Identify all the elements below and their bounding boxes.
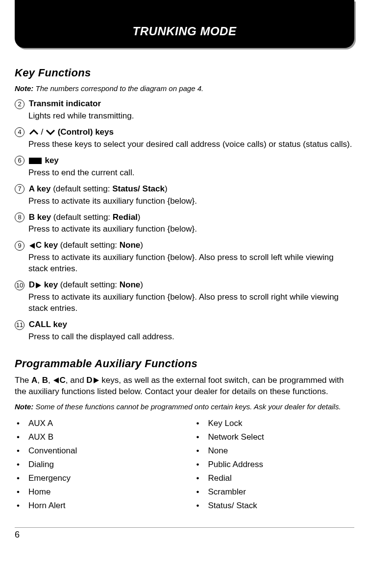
aux-item-label: Horn Alert <box>28 501 66 510</box>
circled-number-8: 8 <box>15 212 25 222</box>
bullet-icon: • <box>195 487 208 497</box>
note-aux: Note: Some of these functions cannot be … <box>15 402 354 411</box>
bullet-icon: • <box>195 460 208 470</box>
item-4: 4 / (Control) keys Press these keys to s… <box>15 127 354 150</box>
header-banner: TRUNKING MODE <box>15 0 354 48</box>
section-key-functions-title: Key Functions <box>15 67 354 79</box>
page-number: 6 <box>15 530 20 540</box>
list-item: •Emergency <box>15 471 175 485</box>
list-item: •Network Select <box>195 430 355 444</box>
item-9-title-a: C key <box>36 240 58 250</box>
triangle-right-icon <box>35 282 42 289</box>
circled-number-10: 10 <box>15 281 25 290</box>
aux-item-label: Network Select <box>208 432 264 442</box>
item-6: 6 key Press to end the current call. <box>15 155 354 179</box>
bullet-icon: • <box>15 432 28 442</box>
bullet-icon: • <box>195 473 208 483</box>
bullet-icon: • <box>15 473 28 483</box>
svg-marker-0 <box>29 243 35 249</box>
chevron-down-icon <box>46 129 55 136</box>
bullet-icon: • <box>15 460 28 470</box>
aux-item-label: AUX A <box>28 419 53 428</box>
item-8-desc: Press to activate its auxiliary function… <box>28 224 354 235</box>
item-8-title-b: (default setting: <box>51 212 113 222</box>
bullet-icon: • <box>195 501 208 511</box>
aux-intro-e: , <box>48 376 52 385</box>
aux-intro-a: The <box>15 376 31 385</box>
list-item: •Home <box>15 485 175 499</box>
note-aux-label: Note: <box>15 402 33 411</box>
note-aux-text: Some of these functions cannot be progra… <box>33 402 341 411</box>
item-8-title-c: Redial <box>113 212 138 222</box>
item-8: 8 B key (default setting: Redial) Press … <box>15 212 354 235</box>
aux-item-label: Home <box>28 487 50 496</box>
item-8-title-a: B key <box>29 212 51 222</box>
bullet-icon: • <box>15 487 28 497</box>
content-area: Key Functions Note: The numbers correspo… <box>0 48 369 517</box>
note-label: Note: <box>15 84 33 93</box>
aux-item-label: Dialing <box>28 460 54 469</box>
item-10-title-a: key <box>42 280 58 289</box>
page-title: TRUNKING MODE <box>15 24 354 38</box>
aux-item-label: Key Lock <box>208 419 243 428</box>
aux-item-label: Emergency <box>28 473 71 483</box>
item-10-desc: Press to activate its auxiliary function… <box>28 292 354 314</box>
aux-intro-d: B <box>42 376 48 385</box>
list-item: •Scrambler <box>195 485 355 499</box>
item-6-desc: Press to end the current call. <box>28 167 354 179</box>
svg-marker-3 <box>94 377 99 383</box>
item-7-title-a: A key <box>29 184 51 193</box>
aux-item-label: Conventional <box>28 446 77 455</box>
item-9-title-d: ) <box>140 240 143 250</box>
triangle-right-icon <box>93 377 99 384</box>
item-10-title-c: None <box>120 280 141 289</box>
list-item: •None <box>195 444 355 458</box>
aux-item-label: Redial <box>208 473 232 483</box>
item-7-title-c: Status/ Stack <box>112 184 165 193</box>
aux-item-label: Scrambler <box>208 487 246 496</box>
aux-item-label: None <box>208 446 228 455</box>
black-rectangle-icon <box>29 158 42 164</box>
svg-marker-2 <box>53 377 59 383</box>
item-2-title: Transmit indicator <box>29 99 101 108</box>
item-7-desc: Press to activate its auxiliary function… <box>28 196 354 207</box>
list-item: •AUX A <box>15 417 175 430</box>
aux-item-label: Status/ Stack <box>208 501 257 510</box>
aux-intro: The A, B, C, and D keys, as well as the … <box>15 375 354 398</box>
item-11-desc: Press to call the displayed call address… <box>28 331 354 343</box>
circled-number-11: 11 <box>15 320 25 330</box>
circled-number-9: 9 <box>15 241 25 251</box>
item-10-title-pre: D <box>29 280 35 289</box>
aux-col-right: •Key Lock •Network Select •None •Public … <box>195 417 355 513</box>
list-item: •Redial <box>195 471 355 485</box>
item-11: 11 CALL key Press to call the displayed … <box>15 319 354 343</box>
item-9-title-b: (default setting: <box>58 240 120 250</box>
bullet-icon: • <box>15 501 28 511</box>
aux-intro-f: C <box>60 376 66 385</box>
item-6-title: key <box>43 156 59 165</box>
list-item: •Horn Alert <box>15 499 175 513</box>
aux-col-left: •AUX A •AUX B •Conventional •Dialing •Em… <box>15 417 175 513</box>
circled-number-7: 7 <box>15 184 25 194</box>
aux-item-label: AUX B <box>28 432 53 442</box>
item-9-title-c: None <box>120 240 141 250</box>
aux-columns: •AUX A •AUX B •Conventional •Dialing •Em… <box>15 417 354 513</box>
page-footer: 6 <box>15 527 354 545</box>
circled-number-6: 6 <box>15 156 25 165</box>
list-item: •AUX B <box>15 430 175 444</box>
bullet-icon: • <box>15 419 28 428</box>
bullet-icon: • <box>195 419 208 428</box>
circled-number-4: 4 <box>15 127 25 137</box>
item-9-desc: Press to activate its auxiliary function… <box>28 252 354 275</box>
item-11-title: CALL key <box>29 320 67 329</box>
item-7-title-d: ) <box>165 184 168 193</box>
list-item: •Conventional <box>15 444 175 458</box>
item-9: 9 C key (default setting: None) Press to… <box>15 240 354 275</box>
item-4-title: (Control) keys <box>58 127 114 137</box>
list-item: •Dialing <box>15 458 175 471</box>
aux-intro-h: D <box>86 376 92 385</box>
item-7: 7 A key (default setting: Status/ Stack)… <box>15 184 354 207</box>
chevron-up-icon <box>29 129 39 136</box>
triangle-left-icon <box>53 377 60 384</box>
item-10-title-d: ) <box>140 280 143 289</box>
